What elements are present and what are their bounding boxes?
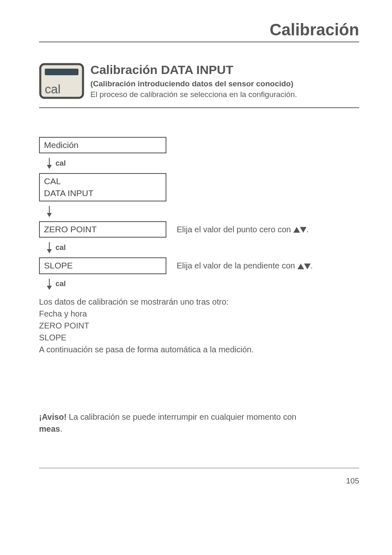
header-row: cal Calibración DATA INPUT (Calibración … [39,63,359,99]
svg-marker-12 [304,264,311,269]
svg-marker-14 [47,286,52,290]
arrow-down-icon [46,278,52,290]
triangle-up-icon [293,227,300,233]
section-subtitle: Calibración DATA INPUT [90,63,359,77]
divider [39,107,359,108]
footer-divider [39,468,359,468]
post-line: Fecha y hora [39,309,87,318]
arrow-cal-1: cal [46,157,359,169]
svg-marker-8 [300,227,307,233]
aviso-bold2: meas [39,424,60,433]
aviso-bold: ¡Aviso! [39,412,67,421]
svg-marker-4 [47,165,52,169]
post-line: ZERO POINT [39,321,89,330]
arrow-down-icon [46,206,52,217]
aviso-text: ¡Aviso! La calibración se puede interrum… [39,411,359,435]
section-subsub: (Calibración introduciendo datos del sen… [90,79,359,88]
arrow-label: cal [55,159,66,168]
flow-box-medicion: Medición [39,137,166,153]
arrow-plain-1 [46,205,359,217]
svg-text:cal: cal [45,82,60,96]
flow-box-cal-datainput: CAL DATA INPUT [39,173,166,201]
svg-rect-1 [45,69,78,75]
svg-marker-7 [293,227,300,233]
svg-marker-11 [297,264,304,269]
arrow-label: cal [55,280,66,288]
post-text: Los datos de calibración se mostrarán un… [39,296,359,356]
svg-marker-10 [47,249,52,253]
triangle-down-icon [300,227,307,233]
page-number: 105 [39,476,359,486]
triangle-up-icon [297,264,304,269]
flow-box-slope: SLOPE [39,257,166,274]
section-desc: El proceso de calibración se selecciona … [90,90,359,99]
page-title: Calibración [39,21,359,42]
post-line: A continuación se pasa de forma automáti… [39,345,254,354]
arrow-cal-3: cal [46,278,359,290]
arrow-down-icon [46,242,52,253]
flow-box-zeropoint: ZERO POINT [39,221,166,238]
side-text-zeropoint: Elija el valor del punto cero con . [177,225,309,234]
arrow-down-icon [46,157,52,169]
side-text-slope: Elija el valor de la pendiente con . [177,261,313,271]
arrow-label: cal [55,243,66,252]
triangle-down-icon [304,264,311,269]
post-line: Los datos de calibración se mostrarán un… [39,297,228,306]
arrow-cal-2: cal [46,241,359,254]
box-line2: DATA INPUT [44,188,94,198]
box-line1: CAL [44,176,61,186]
cal-key-icon: cal [39,63,84,99]
post-line: SLOPE [39,333,67,342]
svg-marker-6 [47,213,52,217]
